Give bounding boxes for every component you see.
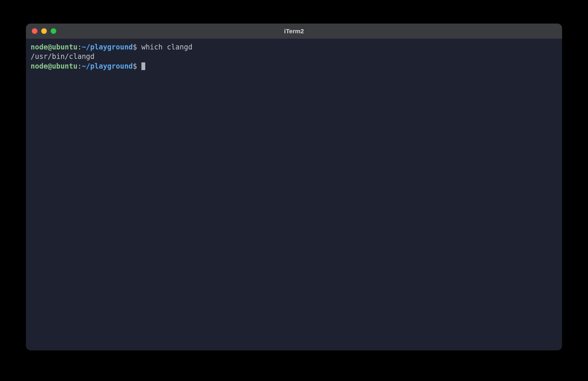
command-text (137, 43, 141, 51)
traffic-lights (32, 28, 56, 34)
minimize-button[interactable] (41, 28, 47, 34)
terminal-line-output: /usr/bin/clangd (31, 52, 557, 61)
prompt-path: ~/playground (82, 43, 133, 51)
terminal-body[interactable]: node@ubuntu:~/playground$ which clangd /… (26, 39, 562, 350)
prompt-separator: : (77, 62, 82, 70)
terminal-line-prompt: node@ubuntu:~/playground$ (31, 62, 557, 71)
prompt-path: ~/playground (82, 62, 133, 70)
output-text: /usr/bin/clangd (31, 52, 95, 61)
prompt-symbol: $ (133, 62, 137, 70)
terminal-window: iTerm2 node@ubuntu:~/playground$ which c… (26, 24, 562, 350)
prompt-user-host: node@ubuntu (31, 62, 77, 70)
close-button[interactable] (32, 28, 37, 34)
window-title: iTerm2 (284, 28, 304, 35)
spacer (137, 62, 141, 70)
command-text: which clangd (141, 43, 192, 51)
maximize-button[interactable] (51, 28, 56, 34)
terminal-line-command: node@ubuntu:~/playground$ which clangd (31, 42, 557, 52)
cursor-icon (141, 62, 145, 70)
prompt-separator: : (77, 43, 82, 51)
prompt-user-host: node@ubuntu (31, 43, 77, 51)
title-bar: iTerm2 (26, 24, 562, 39)
prompt-symbol: $ (133, 43, 137, 51)
